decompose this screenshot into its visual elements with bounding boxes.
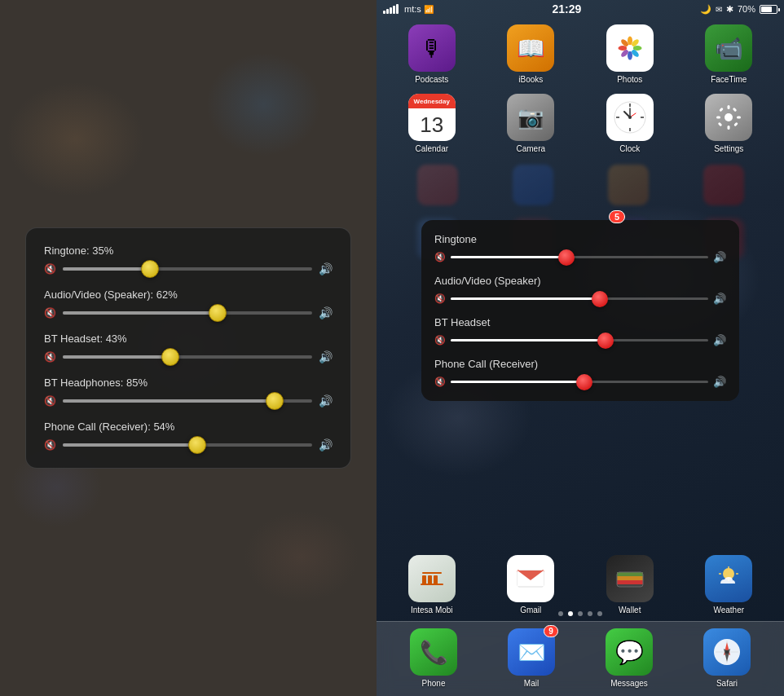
app-weather[interactable]: Weather: [684, 555, 775, 615]
bt-headphones-thumb[interactable]: [266, 392, 284, 410]
safari-label: Safari: [716, 679, 738, 688]
vol-speaker-min-2: 🔇: [434, 293, 446, 304]
second-app-grid: Wednesday 13 Calendar 📷 Camera: [377, 90, 784, 160]
clock-svg: [613, 100, 647, 134]
ringtone-track[interactable]: [63, 267, 312, 271]
messages-icon[interactable]: 💬: [606, 628, 653, 676]
wifi-icon: 📶: [424, 5, 434, 14]
svg-point-18: [725, 113, 733, 121]
speaker-max-icon2: 🔊: [319, 306, 333, 319]
dock-app-messages[interactable]: 💬 Messages: [606, 628, 653, 688]
gmail-svg: [516, 567, 545, 590]
photos-icon[interactable]: [606, 24, 654, 72]
mail-glyph: ✉️: [518, 639, 546, 666]
bt-headset-thumb[interactable]: [161, 348, 179, 366]
status-time: 21:29: [552, 2, 581, 15]
phone-call-slider-row: Phone Call (Receiver): 54% 🔇 🔊: [44, 421, 333, 452]
podcasts-label: Podcasts: [415, 75, 448, 84]
ibooks-icon[interactable]: 📖: [507, 24, 554, 72]
calendar-icon[interactable]: Wednesday 13: [408, 94, 456, 141]
camera-icon[interactable]: 📷: [507, 94, 554, 141]
dock-app-mail[interactable]: ✉️ 9 Mail: [508, 628, 555, 688]
facetime-icon[interactable]: 📹: [705, 24, 752, 72]
app-gmail[interactable]: Gmail: [486, 555, 577, 615]
app-podcasts[interactable]: 🎙 Podcasts: [386, 24, 478, 84]
overlay-bt-thumb[interactable]: [597, 333, 614, 349]
overlay-audio-fill: [451, 297, 600, 300]
audio-video-track[interactable]: [63, 311, 312, 315]
dock-app-phone[interactable]: 📞 Phone: [410, 628, 457, 688]
speaker-min-icon4: 🔇: [44, 395, 56, 407]
blur-icon-2: [513, 165, 553, 205]
moon-icon: 🌙: [700, 4, 711, 15]
audio-video-thumb[interactable]: [209, 304, 227, 322]
dock-app-safari[interactable]: Safari: [703, 628, 751, 688]
overlay-phone-call-thumb[interactable]: [576, 374, 592, 390]
ringtone-slider-row: Ringtone: 35% 🔇 🔊: [44, 244, 333, 275]
wallet-icon[interactable]: [606, 555, 654, 602]
speaker-max-icon5: 🔊: [319, 438, 333, 452]
phone-call-fill: [63, 443, 197, 447]
speaker-min-icon3: 🔇: [44, 351, 56, 363]
overlay-ringtone-thumb[interactable]: [558, 249, 575, 266]
bt-headphones-label: BT Headphones: 85%: [44, 377, 333, 389]
calendar-label: Calendar: [415, 144, 448, 153]
overlay-audio-track[interactable]: [451, 297, 708, 300]
settings-icon[interactable]: [705, 94, 752, 141]
overlay-audio-track-container: 🔇 🔊: [434, 293, 726, 305]
svg-rect-24: [733, 122, 738, 127]
svg-point-0: [628, 37, 632, 46]
signal-bar-3: [390, 7, 392, 14]
bt-headphones-fill: [63, 399, 275, 403]
overlay-audio-thumb[interactable]: [592, 291, 608, 307]
bt-headphones-track[interactable]: [63, 399, 312, 403]
weather-icon[interactable]: [705, 555, 752, 602]
overlay-bt-track[interactable]: [451, 339, 708, 341]
svg-point-6: [618, 46, 627, 51]
app-calendar[interactable]: Wednesday 13 Calendar: [386, 94, 478, 153]
svg-rect-21: [716, 117, 720, 119]
svg-point-48: [725, 650, 729, 654]
page-dot-1: [558, 611, 563, 616]
safari-icon[interactable]: [703, 628, 751, 676]
speaker-max-icon3: 🔊: [319, 350, 333, 363]
app-facetime[interactable]: 📹 FaceTime: [684, 24, 775, 84]
status-bar: mt:s 📶 21:29 🌙 ✉ ✱ 70%: [377, 0, 784, 18]
bt-headset-track[interactable]: [63, 355, 312, 359]
svg-rect-25: [733, 108, 738, 112]
blur-icon-1: [417, 165, 458, 205]
gmail-icon[interactable]: [507, 555, 554, 602]
overlay-bt-fill: [451, 339, 606, 341]
ringtone-fill: [63, 267, 150, 271]
ibooks-glyph: 📖: [517, 35, 545, 62]
app-wallet[interactable]: Wallet: [584, 555, 676, 615]
clock-icon[interactable]: [606, 94, 654, 141]
phone-call-thumb[interactable]: [188, 436, 206, 454]
vol-speaker-min-1: 🔇: [434, 252, 446, 262]
signal-bar-5: [396, 4, 399, 14]
app-ibooks[interactable]: 📖 iBooks: [486, 24, 577, 84]
svg-point-8: [627, 45, 633, 51]
podcasts-icon[interactable]: 🎙: [408, 24, 456, 72]
app-camera[interactable]: 📷 Camera: [486, 94, 577, 153]
svg-rect-35: [617, 576, 643, 580]
overlay-phone-call-track[interactable]: [451, 381, 708, 383]
overlay-audio-row: Audio/Video (Speaker) 🔇 🔊: [434, 275, 726, 305]
intesa-icon[interactable]: [408, 555, 456, 602]
settings-svg: [716, 104, 742, 130]
safari-svg: [712, 637, 742, 667]
app-photos[interactable]: Photos: [584, 24, 676, 84]
vol-speaker-min-4: 🔇: [434, 377, 446, 387]
bt-headset-track-container: 🔇 🔊: [44, 350, 333, 363]
overlay-ringtone-track[interactable]: [451, 256, 708, 258]
ringtone-label: Ringtone: 35%: [44, 244, 333, 257]
app-clock[interactable]: Clock: [584, 94, 676, 153]
intesa-svg: [417, 564, 447, 593]
ringtone-thumb[interactable]: [141, 260, 159, 278]
app-intesa[interactable]: Intesa Mobi: [386, 555, 478, 615]
phone-call-track[interactable]: [63, 443, 312, 447]
facetime-glyph: 📹: [715, 35, 743, 62]
phone-icon[interactable]: 📞: [410, 628, 457, 676]
bt-headset-label: BT Headset: 43%: [44, 333, 333, 345]
app-settings[interactable]: Settings: [684, 94, 775, 153]
